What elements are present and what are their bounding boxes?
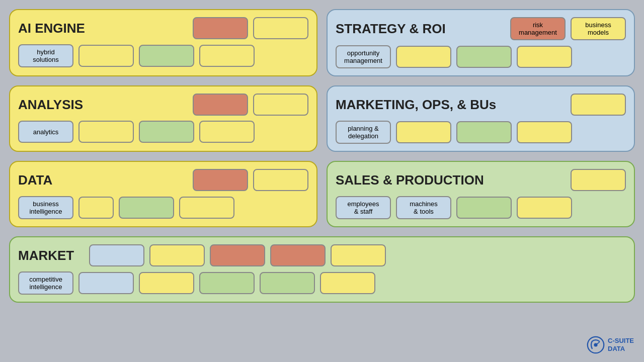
analysis-box-3[interactable] bbox=[78, 121, 134, 143]
analytics-box[interactable]: analytics bbox=[18, 121, 73, 143]
data-panel: DATA businessintelligence bbox=[9, 161, 317, 227]
marketing-box-2[interactable] bbox=[396, 121, 451, 143]
marketing-box-4[interactable] bbox=[517, 121, 572, 143]
planning-delegation-box[interactable]: planning &delegation bbox=[336, 121, 391, 144]
sales-box-3[interactable] bbox=[517, 197, 572, 219]
market-box-5[interactable] bbox=[331, 244, 386, 266]
analysis-box-2[interactable] bbox=[253, 94, 308, 116]
market-box-6[interactable] bbox=[78, 272, 134, 294]
sales-panel: SALES & PRODUCTION employees& staff mach… bbox=[327, 161, 635, 227]
ai-engine-title: AI ENGINE bbox=[18, 21, 85, 36]
employees-staff-box[interactable]: employees& staff bbox=[336, 196, 391, 219]
logo: C-SUITE DATA bbox=[587, 336, 634, 354]
marketing-box-3[interactable] bbox=[456, 121, 512, 143]
market-panel: MARKET competitiveintelligence bbox=[9, 236, 635, 303]
analysis-box-4[interactable] bbox=[139, 121, 194, 143]
analysis-title: ANALYSIS bbox=[18, 97, 83, 113]
marketing-panel: MARKETING, OPS, & BUs planning &delegati… bbox=[327, 85, 635, 152]
hybrid-solutions-box[interactable]: hybridsolutions bbox=[18, 44, 73, 67]
sales-box-1[interactable] bbox=[571, 169, 626, 191]
marketing-box-1[interactable] bbox=[571, 94, 626, 116]
analysis-box-1[interactable] bbox=[193, 94, 248, 116]
strategy-box-3[interactable] bbox=[456, 46, 512, 68]
data-box-2[interactable] bbox=[253, 169, 308, 191]
market-title: MARKET bbox=[18, 248, 74, 263]
business-intelligence-box[interactable]: businessintelligence bbox=[18, 196, 73, 219]
data-title: DATA bbox=[18, 172, 52, 188]
market-box-10[interactable] bbox=[320, 272, 375, 294]
ai-engine-box-5[interactable] bbox=[199, 45, 255, 67]
data-box-4[interactable] bbox=[119, 197, 174, 219]
market-box-8[interactable] bbox=[199, 272, 255, 294]
strategy-panel: STRATEGY & ROI riskmanagement businessmo… bbox=[327, 9, 635, 76]
analysis-panel: ANALYSIS analytics bbox=[9, 85, 317, 152]
ai-engine-box-3[interactable] bbox=[78, 45, 134, 67]
data-box-3[interactable] bbox=[78, 197, 114, 219]
logo-text: C-SUITE DATA bbox=[608, 337, 634, 352]
ai-engine-box-2[interactable] bbox=[253, 17, 308, 39]
machines-tools-box[interactable]: machines& tools bbox=[396, 196, 451, 219]
logo-icon bbox=[587, 336, 605, 354]
market-box-9[interactable] bbox=[260, 272, 315, 294]
opportunity-management-box[interactable]: opportunitymanagement bbox=[336, 45, 391, 68]
market-box-1[interactable] bbox=[89, 244, 144, 266]
market-box-3[interactable] bbox=[210, 244, 265, 266]
ai-engine-box-4[interactable] bbox=[139, 45, 194, 67]
strategy-title: STRATEGY & ROI bbox=[336, 21, 446, 37]
marketing-title: MARKETING, OPS, & BUs bbox=[336, 97, 496, 113]
ai-engine-box-1[interactable] bbox=[193, 17, 248, 39]
market-box-7[interactable] bbox=[139, 272, 194, 294]
business-models-box[interactable]: businessmodels bbox=[571, 17, 626, 40]
competitive-intelligence-box[interactable]: competitiveintelligence bbox=[18, 272, 73, 295]
analysis-box-5[interactable] bbox=[199, 121, 255, 143]
sales-title: SALES & PRODUCTION bbox=[336, 172, 484, 188]
strategy-box-4[interactable] bbox=[517, 46, 572, 68]
market-box-2[interactable] bbox=[149, 244, 205, 266]
strategy-box-2[interactable] bbox=[396, 46, 451, 68]
ai-engine-panel: AI ENGINE hybridsolutions bbox=[9, 9, 317, 76]
market-box-4[interactable] bbox=[270, 244, 326, 266]
risk-management-box[interactable]: riskmanagement bbox=[510, 17, 566, 40]
data-box-5[interactable] bbox=[179, 197, 234, 219]
data-box-1[interactable] bbox=[193, 169, 248, 191]
sales-box-2[interactable] bbox=[456, 197, 512, 219]
